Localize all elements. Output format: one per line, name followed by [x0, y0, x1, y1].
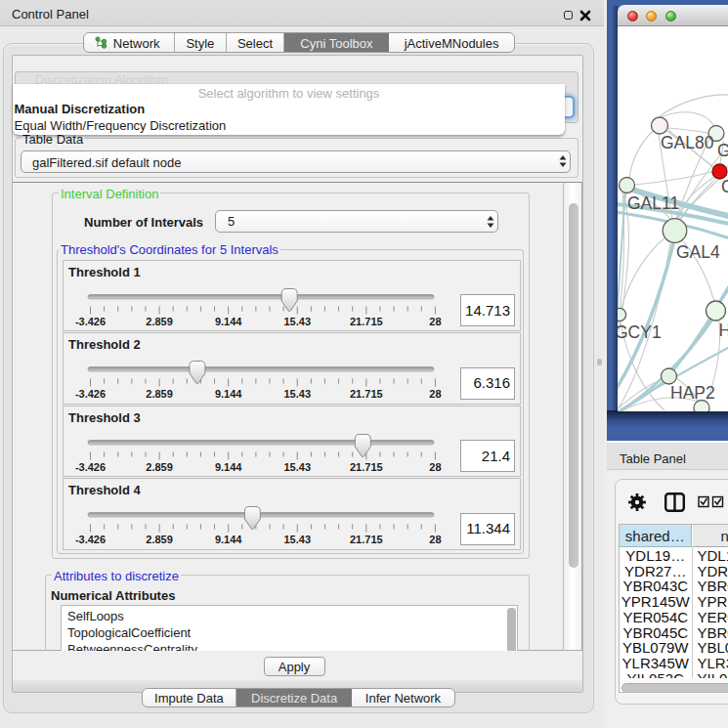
svg-text:-3.426: -3.426: [75, 388, 106, 400]
svg-text:28: 28: [429, 534, 441, 545]
svg-text:-3.426: -3.426: [75, 460, 106, 472]
svg-text:2.859: 2.859: [146, 388, 173, 400]
svg-text:GAL11: GAL11: [627, 193, 679, 213]
svg-text:HAP2: HAP2: [670, 383, 715, 403]
svg-text:28: 28: [429, 315, 441, 326]
svg-text:-3.426: -3.426: [75, 534, 106, 545]
svg-text:CO: CO: [721, 177, 728, 196]
svg-text:GCY1: GCY1: [618, 322, 662, 342]
svg-text:15.43: 15.43: [283, 315, 311, 326]
svg-text:28: 28: [429, 460, 441, 472]
svg-text:9.144: 9.144: [215, 315, 242, 326]
svg-text:GAL80: GAL80: [661, 133, 714, 152]
svg-text:-3.426: -3.426: [75, 315, 106, 326]
svg-text:21.715: 21.715: [350, 534, 383, 545]
svg-text:9.144: 9.144: [215, 388, 242, 400]
svg-text:HI: HI: [719, 321, 728, 340]
svg-text:GA: GA: [717, 141, 728, 160]
svg-text:2.859: 2.859: [146, 534, 173, 545]
svg-text:GAL4: GAL4: [676, 242, 720, 262]
svg-text:15.43: 15.43: [283, 388, 311, 400]
svg-text:21.715: 21.715: [350, 388, 383, 400]
svg-text:21.715: 21.715: [350, 460, 383, 472]
svg-text:9.144: 9.144: [215, 460, 242, 472]
svg-text:28: 28: [429, 388, 441, 400]
svg-text:9.144: 9.144: [215, 534, 242, 545]
svg-text:15.43: 15.43: [283, 534, 311, 545]
svg-text:21.715: 21.715: [350, 315, 383, 326]
svg-text:2.859: 2.859: [146, 315, 173, 326]
svg-text:2.859: 2.859: [146, 460, 173, 472]
svg-text:15.43: 15.43: [283, 460, 311, 472]
